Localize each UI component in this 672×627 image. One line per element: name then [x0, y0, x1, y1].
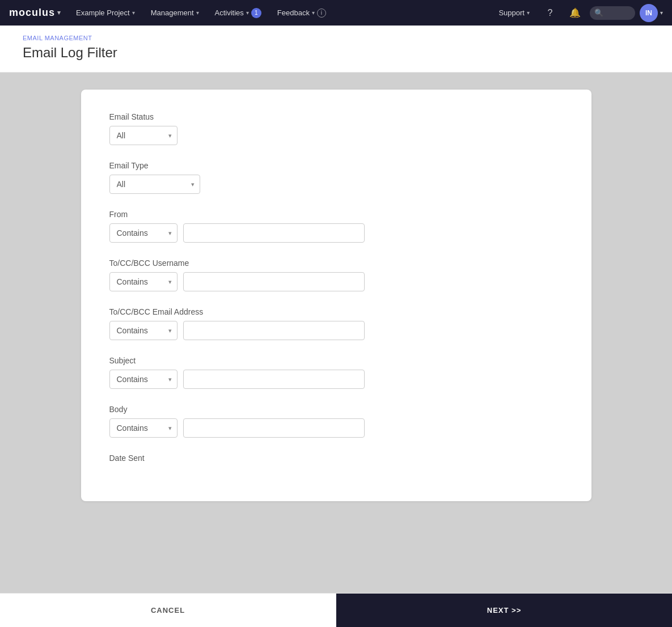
to-username-filter-select-wrap: Contains Equals Starts With ▾	[109, 272, 177, 291]
to-email-filter-select[interactable]: Contains Equals Starts With	[109, 321, 177, 340]
to-cc-bcc-username-input[interactable]	[183, 272, 365, 291]
chevron-down-icon: ▾	[312, 10, 315, 16]
chevron-down-icon: ▾	[132, 10, 135, 16]
body-group: Body Contains Equals Starts With ▾	[109, 405, 563, 438]
nav-item-activities[interactable]: Activities ▾ 1	[209, 0, 267, 26]
subject-input[interactable]	[183, 370, 365, 389]
from-text-input[interactable]	[183, 223, 365, 243]
to-cc-bcc-email-label: To/CC/BCC Email Address	[109, 307, 563, 316]
page-header: EMAIL MANAGEMENT Email Log Filter	[0, 26, 672, 73]
subject-filter-select[interactable]: Contains Equals Starts With	[109, 370, 177, 389]
email-status-select-wrap: All Sent Failed Pending ▾	[109, 126, 177, 145]
nav-item-management[interactable]: Management ▾	[145, 0, 205, 26]
info-icon: i	[317, 9, 326, 18]
chevron-down-icon: ▾	[196, 10, 199, 16]
cancel-button[interactable]: CANCEL	[0, 594, 336, 627]
date-sent-label: Date Sent	[109, 454, 563, 463]
body-filter-select-wrap: Contains Equals Starts With ▾	[109, 418, 177, 438]
next-button[interactable]: NEXT >>	[336, 594, 672, 627]
email-status-select[interactable]: All Sent Failed Pending	[109, 126, 177, 145]
body-filter-select[interactable]: Contains Equals Starts With	[109, 418, 177, 438]
to-cc-bcc-email-input[interactable]	[183, 321, 365, 340]
subject-row: Contains Equals Starts With ▾	[109, 370, 563, 389]
logo-text: moculus	[9, 7, 55, 19]
body-input[interactable]	[183, 418, 365, 438]
from-filter-select-wrap: Contains Equals Starts With ▾	[109, 223, 177, 243]
search-input[interactable]	[590, 6, 635, 20]
nav-item-support[interactable]: Support ▾	[493, 0, 535, 26]
body-row: Contains Equals Starts With ▾	[109, 418, 563, 438]
to-cc-bcc-username-label: To/CC/BCC Username	[109, 259, 563, 268]
help-button[interactable]: ?	[540, 3, 560, 23]
footer-bar: CANCEL NEXT >>	[0, 593, 672, 627]
to-cc-bcc-username-row: Contains Equals Starts With ▾	[109, 272, 563, 291]
chevron-down-icon: ▾	[246, 10, 249, 16]
email-status-group: Email Status All Sent Failed Pending ▾	[109, 112, 563, 145]
nav-item-example-project[interactable]: Example Project ▾	[70, 0, 141, 26]
subject-filter-select-wrap: Contains Equals Starts With ▾	[109, 370, 177, 389]
email-type-select[interactable]: All System User	[109, 175, 200, 194]
form-card: Email Status All Sent Failed Pending ▾ E…	[81, 90, 591, 501]
email-type-select-wrap: All System User ▾	[109, 175, 200, 194]
date-sent-group: Date Sent	[109, 454, 563, 463]
email-type-group: Email Type All System User ▾	[109, 161, 563, 194]
subject-label: Subject	[109, 356, 563, 365]
from-group: From Contains Equals Starts With ▾	[109, 210, 563, 243]
from-label: From	[109, 210, 563, 219]
notifications-button[interactable]: 🔔	[565, 3, 585, 23]
activities-badge: 1	[251, 8, 261, 18]
user-avatar-wrap[interactable]: IN ▾	[640, 4, 663, 22]
to-cc-bcc-email-group: To/CC/BCC Email Address Contains Equals …	[109, 307, 563, 340]
chevron-down-icon: ▾	[527, 10, 530, 16]
page-title: Email Log Filter	[23, 45, 649, 61]
nav-item-feedback[interactable]: Feedback ▾ i	[272, 0, 332, 26]
logo[interactable]: moculus ▾	[9, 7, 61, 19]
from-filter-select[interactable]: Contains Equals Starts With	[109, 223, 177, 243]
breadcrumb: EMAIL MANAGEMENT	[23, 35, 649, 41]
main-content: Email Status All Sent Failed Pending ▾ E…	[0, 73, 672, 603]
to-email-filter-select-wrap: Contains Equals Starts With ▾	[109, 321, 177, 340]
body-label: Body	[109, 405, 563, 414]
navbar: moculus ▾ Example Project ▾ Management ▾…	[0, 0, 672, 26]
to-cc-bcc-username-group: To/CC/BCC Username Contains Equals Start…	[109, 259, 563, 291]
email-status-label: Email Status	[109, 112, 563, 121]
logo-chevron-icon: ▾	[57, 9, 61, 16]
search-wrap: 🔍	[590, 6, 635, 20]
to-username-filter-select[interactable]: Contains Equals Starts With	[109, 272, 177, 291]
avatar-chevron-icon: ▾	[660, 10, 663, 16]
subject-group: Subject Contains Equals Starts With ▾	[109, 356, 563, 389]
from-row: Contains Equals Starts With ▾	[109, 223, 563, 243]
email-type-label: Email Type	[109, 161, 563, 170]
avatar: IN	[640, 4, 658, 22]
to-cc-bcc-email-row: Contains Equals Starts With ▾	[109, 321, 563, 340]
